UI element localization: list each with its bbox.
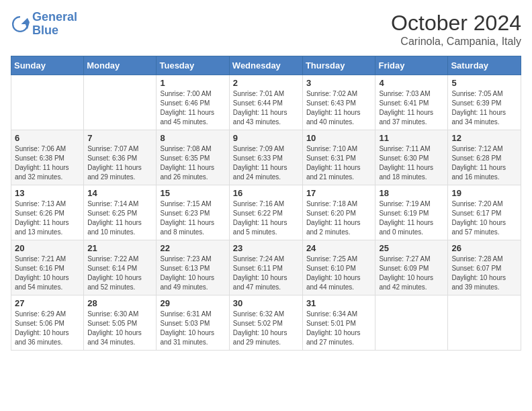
day-detail: Sunrise: 7:15 AMSunset: 6:23 PMDaylight:…: [160, 199, 225, 237]
day-number: 15: [160, 188, 225, 198]
day-detail: Sunrise: 7:16 AMSunset: 6:22 PMDaylight:…: [233, 199, 299, 237]
day-detail: Sunrise: 7:08 AMSunset: 6:35 PMDaylight:…: [160, 144, 225, 182]
calendar-cell: 15Sunrise: 7:15 AMSunset: 6:23 PMDayligh…: [157, 185, 229, 240]
calendar-cell: 6Sunrise: 7:06 AMSunset: 6:38 PMDaylight…: [11, 130, 84, 185]
weekday-header-sunday: Sunday: [11, 56, 84, 75]
day-number: 21: [87, 243, 152, 253]
weekday-header-tuesday: Tuesday: [157, 56, 229, 75]
day-detail: Sunrise: 6:31 AMSunset: 5:03 PMDaylight:…: [160, 310, 225, 347]
day-detail: Sunrise: 7:23 AMSunset: 6:13 PMDaylight:…: [160, 255, 225, 292]
calendar-cell: 17Sunrise: 7:18 AMSunset: 6:20 PMDayligh…: [302, 185, 375, 240]
day-number: 25: [379, 243, 444, 253]
day-detail: Sunrise: 7:27 AMSunset: 6:09 PMDaylight:…: [379, 255, 444, 292]
calendar-cell: 8Sunrise: 7:08 AMSunset: 6:35 PMDaylight…: [157, 130, 229, 185]
day-detail: Sunrise: 6:32 AMSunset: 5:02 PMDaylight:…: [233, 310, 299, 347]
calendar-cell: [84, 75, 157, 130]
weekday-header-row: SundayMondayTuesdayWednesdayThursdayFrid…: [11, 56, 521, 75]
calendar-cell: 2Sunrise: 7:01 AMSunset: 6:44 PMDaylight…: [229, 75, 302, 130]
weekday-header-friday: Friday: [375, 56, 448, 75]
day-number: 1: [160, 78, 225, 88]
day-detail: Sunrise: 6:30 AMSunset: 5:05 PMDaylight:…: [87, 310, 152, 347]
day-detail: Sunrise: 7:25 AMSunset: 6:10 PMDaylight:…: [306, 255, 372, 292]
day-number: 24: [306, 243, 372, 253]
svg-marker-0: [21, 17, 30, 29]
day-detail: Sunrise: 7:21 AMSunset: 6:16 PMDaylight:…: [15, 255, 80, 292]
day-number: 26: [451, 243, 517, 253]
day-detail: Sunrise: 7:00 AMSunset: 6:46 PMDaylight:…: [160, 89, 225, 127]
day-number: 7: [87, 133, 152, 143]
title-block: October 2024 Carinola, Campania, Italy: [391, 11, 521, 48]
calendar-cell: 11Sunrise: 7:11 AMSunset: 6:30 PMDayligh…: [375, 130, 448, 185]
day-detail: Sunrise: 7:22 AMSunset: 6:14 PMDaylight:…: [87, 255, 152, 292]
day-detail: Sunrise: 7:07 AMSunset: 6:36 PMDaylight:…: [87, 144, 152, 182]
calendar-cell: 27Sunrise: 6:29 AMSunset: 5:06 PMDayligh…: [11, 295, 84, 351]
weekday-header-wednesday: Wednesday: [229, 56, 302, 75]
day-detail: Sunrise: 7:10 AMSunset: 6:31 PMDaylight:…: [306, 144, 372, 182]
calendar-cell: 16Sunrise: 7:16 AMSunset: 6:22 PMDayligh…: [229, 185, 302, 240]
logo: General Blue: [11, 11, 77, 38]
calendar-cell: 21Sunrise: 7:22 AMSunset: 6:14 PMDayligh…: [84, 240, 157, 295]
day-number: 22: [160, 243, 225, 253]
calendar-week-row: 1Sunrise: 7:00 AMSunset: 6:46 PMDaylight…: [11, 75, 521, 130]
day-number: 30: [233, 298, 299, 308]
calendar-cell: [375, 295, 448, 351]
calendar-cell: 31Sunrise: 6:34 AMSunset: 5:01 PMDayligh…: [302, 295, 375, 351]
day-number: 13: [15, 188, 80, 198]
calendar-cell: 25Sunrise: 7:27 AMSunset: 6:09 PMDayligh…: [375, 240, 448, 295]
calendar-week-row: 27Sunrise: 6:29 AMSunset: 5:06 PMDayligh…: [11, 295, 521, 351]
day-detail: Sunrise: 7:12 AMSunset: 6:28 PMDaylight:…: [451, 144, 517, 182]
day-detail: Sunrise: 7:11 AMSunset: 6:30 PMDaylight:…: [379, 144, 444, 182]
calendar-cell: 29Sunrise: 6:31 AMSunset: 5:03 PMDayligh…: [157, 295, 229, 351]
day-number: 20: [15, 243, 80, 253]
day-detail: Sunrise: 7:19 AMSunset: 6:19 PMDaylight:…: [379, 199, 444, 237]
weekday-header-saturday: Saturday: [448, 56, 521, 75]
day-number: 4: [379, 78, 444, 88]
day-number: 11: [379, 133, 444, 143]
calendar-cell: 13Sunrise: 7:13 AMSunset: 6:26 PMDayligh…: [11, 185, 84, 240]
day-detail: Sunrise: 7:01 AMSunset: 6:44 PMDaylight:…: [233, 89, 299, 127]
day-number: 19: [451, 188, 517, 198]
day-detail: Sunrise: 7:14 AMSunset: 6:25 PMDaylight:…: [87, 199, 152, 237]
calendar-cell: 14Sunrise: 7:14 AMSunset: 6:25 PMDayligh…: [84, 185, 157, 240]
calendar-cell: 23Sunrise: 7:24 AMSunset: 6:11 PMDayligh…: [229, 240, 302, 295]
day-number: 14: [87, 188, 152, 198]
calendar-cell: 19Sunrise: 7:20 AMSunset: 6:17 PMDayligh…: [448, 185, 521, 240]
calendar-cell: 10Sunrise: 7:10 AMSunset: 6:31 PMDayligh…: [302, 130, 375, 185]
calendar-week-row: 20Sunrise: 7:21 AMSunset: 6:16 PMDayligh…: [11, 240, 521, 295]
day-detail: Sunrise: 7:13 AMSunset: 6:26 PMDaylight:…: [15, 199, 80, 237]
weekday-header-monday: Monday: [84, 56, 157, 75]
calendar-cell: 5Sunrise: 7:05 AMSunset: 6:39 PMDaylight…: [448, 75, 521, 130]
day-detail: Sunrise: 7:20 AMSunset: 6:17 PMDaylight:…: [451, 199, 517, 237]
calendar-cell: 28Sunrise: 6:30 AMSunset: 5:05 PMDayligh…: [84, 295, 157, 351]
calendar-cell: [11, 75, 84, 130]
weekday-header-thursday: Thursday: [302, 56, 375, 75]
day-detail: Sunrise: 7:09 AMSunset: 6:33 PMDaylight:…: [233, 144, 299, 182]
day-number: 2: [233, 78, 299, 88]
calendar-table: SundayMondayTuesdayWednesdayThursdayFrid…: [11, 56, 521, 351]
calendar-cell: 24Sunrise: 7:25 AMSunset: 6:10 PMDayligh…: [302, 240, 375, 295]
day-number: 28: [87, 298, 152, 308]
calendar-cell: 18Sunrise: 7:19 AMSunset: 6:19 PMDayligh…: [375, 185, 448, 240]
logo-icon: [11, 15, 30, 34]
calendar-cell: 20Sunrise: 7:21 AMSunset: 6:16 PMDayligh…: [11, 240, 84, 295]
calendar-cell: 9Sunrise: 7:09 AMSunset: 6:33 PMDaylight…: [229, 130, 302, 185]
day-number: 29: [160, 298, 225, 308]
day-number: 17: [306, 188, 372, 198]
day-detail: Sunrise: 6:29 AMSunset: 5:06 PMDaylight:…: [15, 310, 80, 347]
calendar-cell: 7Sunrise: 7:07 AMSunset: 6:36 PMDaylight…: [84, 130, 157, 185]
calendar-cell: 26Sunrise: 7:28 AMSunset: 6:07 PMDayligh…: [448, 240, 521, 295]
calendar-week-row: 13Sunrise: 7:13 AMSunset: 6:26 PMDayligh…: [11, 185, 521, 240]
day-number: 16: [233, 188, 299, 198]
calendar-cell: 1Sunrise: 7:00 AMSunset: 6:46 PMDaylight…: [157, 75, 229, 130]
day-detail: Sunrise: 6:34 AMSunset: 5:01 PMDaylight:…: [306, 310, 372, 347]
calendar-cell: 30Sunrise: 6:32 AMSunset: 5:02 PMDayligh…: [229, 295, 302, 351]
calendar-cell: [448, 295, 521, 351]
day-number: 6: [15, 133, 80, 143]
calendar-cell: 12Sunrise: 7:12 AMSunset: 6:28 PMDayligh…: [448, 130, 521, 185]
day-number: 3: [306, 78, 372, 88]
day-detail: Sunrise: 7:05 AMSunset: 6:39 PMDaylight:…: [451, 89, 517, 127]
calendar-cell: 4Sunrise: 7:03 AMSunset: 6:41 PMDaylight…: [375, 75, 448, 130]
page-header: General Blue October 2024 Carinola, Camp…: [11, 11, 521, 48]
day-detail: Sunrise: 7:02 AMSunset: 6:43 PMDaylight:…: [306, 89, 372, 127]
logo-text: General Blue: [32, 11, 77, 38]
